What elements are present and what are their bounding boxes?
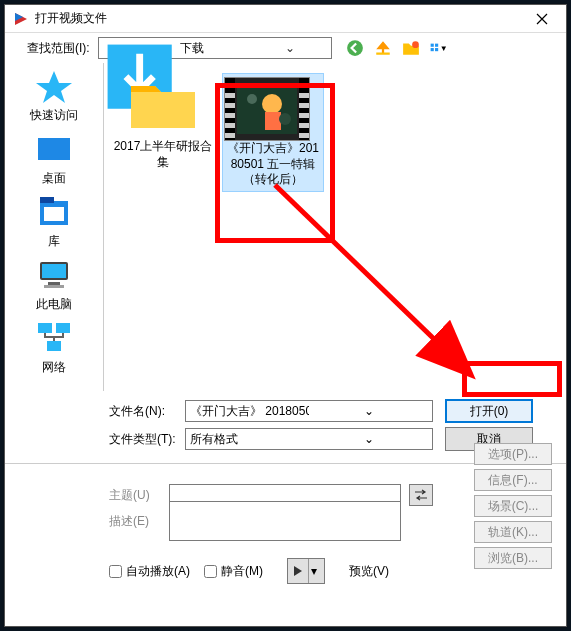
- file-list[interactable]: 2017上半年研报合集 《开门大吉》20180501 五一特辑（转化后）: [103, 63, 566, 391]
- dialog-title: 打开视频文件: [35, 10, 522, 27]
- place-quickaccess[interactable]: 快速访问: [14, 69, 94, 124]
- info-button[interactable]: 信息(F)...: [474, 469, 552, 491]
- video-thumbnail: [224, 77, 310, 141]
- preview-label: 预览(V): [349, 563, 389, 580]
- svg-point-26: [279, 113, 291, 125]
- svg-rect-11: [38, 138, 70, 160]
- desc-field[interactable]: [169, 501, 401, 541]
- folder-icon: [123, 73, 203, 133]
- place-libraries[interactable]: 库: [14, 195, 94, 250]
- computer-icon: [34, 258, 74, 292]
- swap-button[interactable]: [409, 484, 433, 506]
- place-thispc[interactable]: 此电脑: [14, 258, 94, 313]
- svg-rect-19: [38, 323, 52, 333]
- file-name: 2017上半年研报合集: [112, 139, 214, 170]
- download-icon: [103, 40, 176, 56]
- mute-checkbox[interactable]: 静音(M): [204, 563, 263, 580]
- star-icon: [34, 69, 74, 103]
- svg-point-25: [247, 94, 257, 104]
- track-button[interactable]: 轨道(K)...: [474, 521, 552, 543]
- filetype-value: 所有格式: [190, 431, 309, 448]
- new-folder-icon[interactable]: [402, 39, 420, 57]
- libraries-icon: [34, 195, 74, 229]
- svg-rect-8: [430, 48, 433, 51]
- back-icon[interactable]: [346, 39, 364, 57]
- desktop-icon: [34, 132, 74, 166]
- filetype-field[interactable]: 所有格式 ⌄: [185, 428, 433, 450]
- titlebar: 打开视频文件: [5, 5, 566, 33]
- autoplay-input[interactable]: [109, 565, 122, 578]
- play-icon: [294, 566, 302, 576]
- lookin-combo[interactable]: 下载 ⌄: [98, 37, 332, 59]
- svg-marker-10: [36, 71, 72, 103]
- lookin-value: 下载: [180, 40, 253, 57]
- filename-value: 《开门大吉》 20180501 五一特辑（转化后: [190, 403, 309, 420]
- svg-rect-7: [435, 44, 438, 47]
- options-button[interactable]: 选项(P)...: [474, 443, 552, 465]
- svg-rect-13: [40, 197, 54, 203]
- svg-point-23: [262, 94, 282, 114]
- scene-button[interactable]: 场景(C)...: [474, 495, 552, 517]
- toolbar-icons: ▼: [346, 39, 448, 57]
- svg-rect-14: [44, 207, 64, 221]
- lookin-label: 查找范围(I):: [27, 40, 90, 57]
- autoplay-checkbox[interactable]: 自动播放(A): [109, 563, 190, 580]
- chevron-down-icon: ⌄: [253, 41, 326, 55]
- file-item-folder[interactable]: 2017上半年研报合集: [112, 73, 214, 170]
- desc-label: 描述(E): [109, 513, 165, 530]
- view-menu-icon[interactable]: ▼: [430, 39, 448, 57]
- svg-rect-16: [42, 264, 66, 278]
- filetype-label: 文件类型(T):: [109, 431, 181, 448]
- place-network[interactable]: 网络: [14, 321, 94, 376]
- body-area: 快速访问 桌面 库 此电脑 网络: [5, 63, 566, 391]
- svg-rect-9: [435, 48, 438, 51]
- network-icon: [34, 321, 74, 355]
- subject-label: 主题(U): [109, 487, 165, 504]
- svg-rect-18: [44, 285, 64, 288]
- chevron-down-icon: ⌄: [309, 432, 428, 446]
- open-file-dialog: 打开视频文件 查找范围(I): 下载 ⌄ ▼ 快速访问: [4, 4, 567, 627]
- browse-button[interactable]: 浏览(B)...: [474, 547, 552, 569]
- place-label: 桌面: [14, 170, 94, 187]
- side-buttons: 选项(P)... 信息(F)... 场景(C)... 轨道(K)... 浏览(B…: [474, 443, 552, 569]
- up-icon[interactable]: [374, 39, 392, 57]
- close-button[interactable]: [522, 7, 562, 31]
- chevron-down-icon: ▾: [308, 559, 318, 583]
- open-button[interactable]: 打开(0): [445, 399, 533, 423]
- mute-input[interactable]: [204, 565, 217, 578]
- app-icon: [13, 11, 29, 27]
- file-name: 《开门大吉》20180501 五一特辑（转化后）: [224, 141, 322, 188]
- svg-rect-24: [265, 112, 281, 130]
- place-label: 网络: [14, 359, 94, 376]
- svg-rect-20: [56, 323, 70, 333]
- lookin-row: 查找范围(I): 下载 ⌄ ▼: [5, 33, 566, 63]
- file-item-video[interactable]: 《开门大吉》20180501 五一特辑（转化后）: [222, 73, 324, 192]
- svg-rect-4: [376, 53, 390, 55]
- place-label: 此电脑: [14, 296, 94, 313]
- svg-rect-6: [430, 44, 433, 47]
- svg-rect-17: [48, 282, 60, 285]
- play-button[interactable]: ▾: [287, 558, 325, 584]
- place-label: 快速访问: [14, 107, 94, 124]
- place-label: 库: [14, 233, 94, 250]
- svg-rect-21: [47, 341, 61, 351]
- place-desktop[interactable]: 桌面: [14, 132, 94, 187]
- chevron-down-icon: ⌄: [309, 404, 428, 418]
- places-bar: 快速访问 桌面 库 此电脑 网络: [5, 63, 103, 391]
- svg-point-3: [347, 40, 363, 56]
- filename-field[interactable]: 《开门大吉》 20180501 五一特辑（转化后 ⌄: [185, 400, 433, 422]
- filename-label: 文件名(N):: [109, 403, 181, 420]
- svg-point-5: [412, 41, 419, 48]
